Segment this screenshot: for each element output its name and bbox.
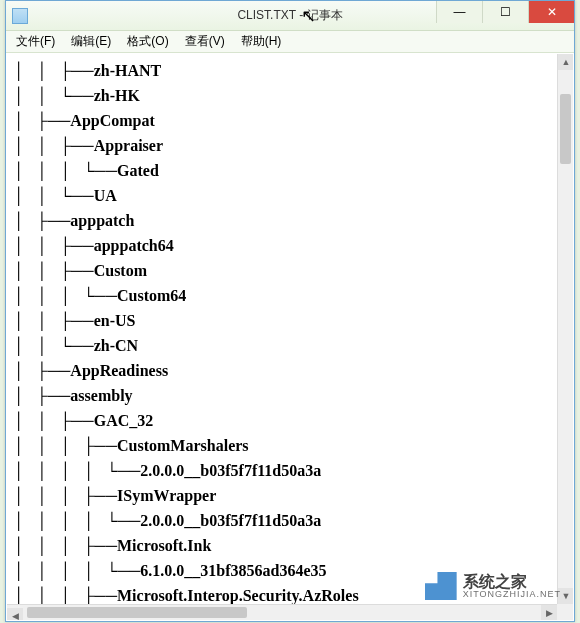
menu-edit[interactable]: 编辑(E) <box>65 31 117 52</box>
menu-help[interactable]: 帮助(H) <box>235 31 288 52</box>
menu-file[interactable]: 文件(F) <box>10 31 61 52</box>
window-controls: — ☐ ✕ <box>436 1 574 23</box>
notepad-window: CLIST.TXT - 记事本 — ☐ ✕ ↖ 文件(F) 编辑(E) 格式(O… <box>5 0 575 622</box>
scroll-right-arrow-icon[interactable]: ▶ <box>541 605 557 621</box>
mouse-cursor-icon: ↖ <box>301 5 316 27</box>
content-area: │ │ ├──zh-HANT │ │ └──zh-HK │ ├──AppComp… <box>6 53 574 621</box>
scroll-down-arrow-icon[interactable]: ▼ <box>558 588 574 604</box>
menu-view[interactable]: 查看(V) <box>179 31 231 52</box>
horizontal-scrollbar[interactable]: ◀ ▶ <box>7 604 557 620</box>
text-editor[interactable]: │ │ ├──zh-HANT │ │ └──zh-HK │ ├──AppComp… <box>7 54 557 604</box>
app-icon <box>12 8 28 24</box>
vertical-scrollbar[interactable]: ▲ ▼ <box>557 54 573 604</box>
close-button[interactable]: ✕ <box>528 1 574 23</box>
titlebar[interactable]: CLIST.TXT - 记事本 — ☐ ✕ ↖ <box>6 1 574 31</box>
scroll-left-arrow-icon[interactable]: ◀ <box>7 608 23 621</box>
maximize-button[interactable]: ☐ <box>482 1 528 23</box>
scroll-up-arrow-icon[interactable]: ▲ <box>558 54 574 70</box>
scroll-corner <box>557 604 573 620</box>
menu-format[interactable]: 格式(O) <box>121 31 174 52</box>
vertical-scroll-thumb[interactable] <box>560 94 571 164</box>
minimize-button[interactable]: — <box>436 1 482 23</box>
menubar: 文件(F) 编辑(E) 格式(O) 查看(V) 帮助(H) <box>6 31 574 53</box>
horizontal-scroll-thumb[interactable] <box>27 607 247 618</box>
